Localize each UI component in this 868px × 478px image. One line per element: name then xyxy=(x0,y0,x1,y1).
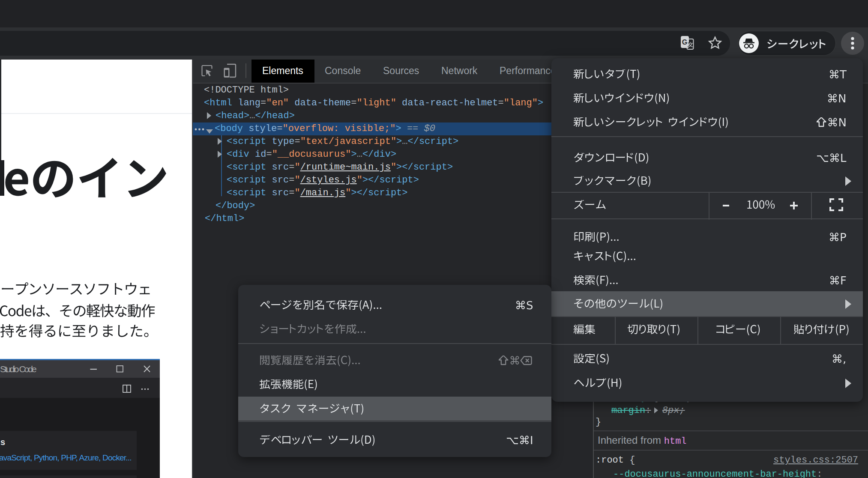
svg-text:G: G xyxy=(682,39,687,46)
